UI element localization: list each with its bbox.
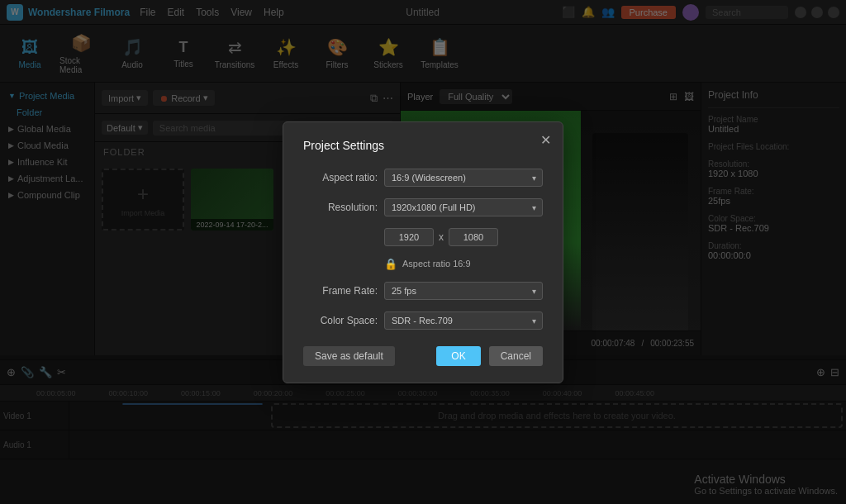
color-space-wrapper: SDR - Rec.709 HDR - Rec.2020: [384, 311, 543, 330]
modal-title: Project Settings: [303, 139, 543, 152]
aspect-ratio-row: Aspect ratio: 16:9 (Widescreen) 4:3 1:1 …: [303, 169, 543, 187]
ok-button[interactable]: OK: [436, 346, 480, 366]
resolution-select[interactable]: 1920x1080 (Full HD) 1280x720 (HD) 3840x2…: [384, 198, 543, 216]
color-space-form-label: Color Space:: [303, 315, 378, 326]
modal-footer: Save as default OK Cancel: [303, 346, 543, 366]
cancel-button[interactable]: Cancel: [489, 346, 543, 366]
color-space-select[interactable]: SDR - Rec.709 HDR - Rec.2020: [384, 311, 543, 330]
height-input[interactable]: 1080: [449, 228, 498, 246]
resolution-form-label: Resolution:: [303, 202, 378, 213]
project-settings-modal: Project Settings ✕ Aspect ratio: 16:9 (W…: [283, 121, 563, 383]
dimension-row: 1920 x 1080: [303, 228, 543, 246]
save-as-default-button[interactable]: Save as default: [303, 346, 395, 366]
resolution-inputs: 1920 x 1080: [384, 228, 498, 246]
times-icon: x: [439, 231, 444, 243]
width-input[interactable]: 1920: [384, 228, 434, 246]
aspect-ratio-select[interactable]: 16:9 (Widescreen) 4:3 1:1 9:16 21:9: [384, 169, 543, 187]
modal-overlay: Project Settings ✕ Aspect ratio: 16:9 (W…: [0, 0, 846, 504]
frame-rate-row: Frame Rate: 25 fps 24 fps 30 fps 60 fps: [303, 282, 543, 300]
frame-rate-select[interactable]: 25 fps 24 fps 30 fps 60 fps: [384, 282, 543, 300]
lock-icon: 🔒: [384, 258, 397, 270]
modal-close-button[interactable]: ✕: [540, 132, 551, 148]
frame-rate-form-label: Frame Rate:: [303, 285, 378, 297]
color-space-row: Color Space: SDR - Rec.709 HDR - Rec.202…: [303, 311, 543, 330]
resolution-wrapper: 1920x1080 (Full HD) 1280x720 (HD) 3840x2…: [384, 198, 543, 216]
resolution-row: Resolution: 1920x1080 (Full HD) 1280x720…: [303, 198, 543, 216]
aspect-ratio-wrapper: 16:9 (Widescreen) 4:3 1:1 9:16 21:9: [384, 169, 543, 187]
aspect-ratio-label: Aspect ratio:: [303, 172, 378, 183]
aspect-lock-row: 🔒 Aspect ratio 16:9: [384, 258, 543, 270]
frame-rate-wrapper: 25 fps 24 fps 30 fps 60 fps: [384, 282, 543, 300]
aspect-lock-label: Aspect ratio 16:9: [402, 259, 471, 269]
